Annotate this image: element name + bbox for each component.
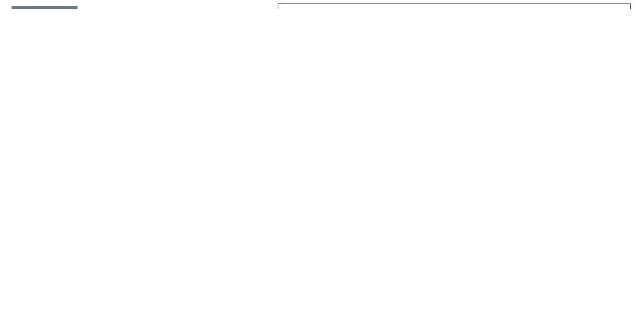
method-area-header: 方法区 程序入口：main方法 — [12, 6, 255, 9]
thread-space-title: 线程独占空间 — [285, 9, 623, 9]
method-area-tag: 方法区 — [12, 6, 78, 9]
thread-space-panel: 线程独占空间 程序计数器 当前线程 执行位置 0 虚拟机栈 ... ... 其他… — [278, 3, 631, 9]
method-area-panel: 方法区 程序入口：main方法 序号 字节码指令 0sipush 5003ist… — [12, 6, 255, 9]
